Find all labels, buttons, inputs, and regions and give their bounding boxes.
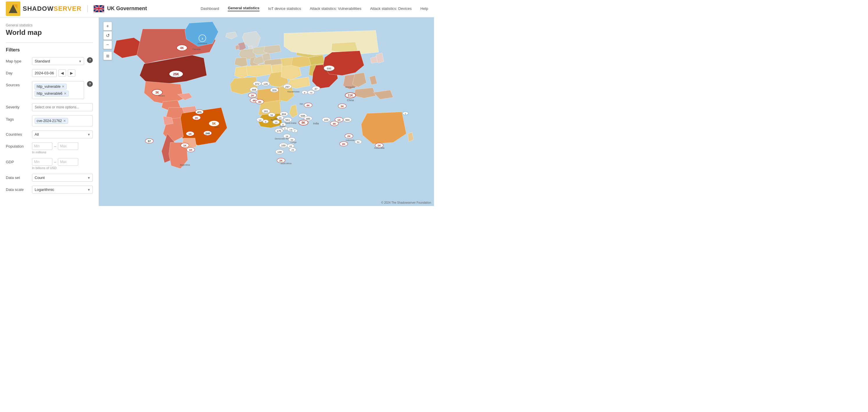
svg-text:1: 1 bbox=[284, 128, 286, 130]
svg-text:Congo: Congo bbox=[290, 141, 297, 143]
tag-chip-1: cve-2024-21762 ✕ bbox=[35, 118, 68, 124]
nav-dashboard[interactable]: Dashboard bbox=[201, 6, 219, 11]
svg-text:1: 1 bbox=[405, 112, 406, 115]
sidebar: General statistics World map Filters Map… bbox=[0, 18, 99, 206]
svg-text:5: 5 bbox=[265, 121, 267, 123]
source-tag-1: http_vulnerable ✕ bbox=[35, 84, 67, 90]
gdp-min-input[interactable] bbox=[32, 158, 52, 166]
svg-text:Liba...: Liba... bbox=[274, 117, 280, 119]
source-tag-2: http_vulnerable6 ✕ bbox=[35, 91, 69, 97]
svg-text:6: 6 bbox=[304, 92, 305, 94]
source-tag-1-remove[interactable]: ✕ bbox=[62, 85, 65, 88]
svg-text:595: 595 bbox=[327, 67, 331, 70]
countries-select-wrapper: All ▼ bbox=[32, 131, 93, 138]
svg-text:Saudi Arabia: Saudi Arabia bbox=[285, 122, 297, 124]
dataset-control: Count ▼ bbox=[32, 174, 93, 181]
zoom-out-button[interactable]: − bbox=[103, 40, 112, 49]
day-control: 2024-03-06 ◀ ▶ bbox=[32, 69, 93, 77]
dataset-select-wrapper: Count ▼ bbox=[32, 174, 93, 181]
population-max-input[interactable] bbox=[58, 142, 78, 150]
population-hint: In millions bbox=[32, 150, 93, 154]
datascale-label: Data scale bbox=[6, 186, 29, 192]
severity-control bbox=[32, 103, 93, 111]
zoom-in-button[interactable]: + bbox=[103, 22, 112, 31]
copyright-text: © 2024 The Shadowserver Foundation bbox=[381, 201, 431, 204]
countries-control: All ▼ bbox=[32, 131, 93, 138]
nav-attack-devices[interactable]: Attack statistics: Devices bbox=[370, 6, 412, 11]
datascale-control: Logarithmic ▼ bbox=[32, 186, 93, 194]
uk-gov-section: UK Government bbox=[87, 5, 147, 12]
tag-chip-1-remove[interactable]: ✕ bbox=[63, 119, 66, 123]
svg-text:3K: 3K bbox=[258, 101, 261, 103]
map-area[interactable]: + ↺ − ⊞ .country { stroke: #fff; stroke-… bbox=[99, 18, 434, 206]
severity-label: Severity bbox=[6, 103, 29, 109]
svg-text:18: 18 bbox=[286, 135, 288, 138]
tags-row: Tags cve-2024-21762 ✕ bbox=[6, 115, 93, 126]
tags-control: cve-2024-21762 ✕ bbox=[32, 115, 93, 126]
svg-text:329: 329 bbox=[272, 89, 277, 92]
day-prev-button[interactable]: ◀ bbox=[59, 69, 66, 77]
nav-help[interactable]: Help bbox=[420, 6, 428, 11]
tag-chip-1-text: cve-2024-21762 bbox=[37, 119, 62, 123]
uk-flag-icon bbox=[94, 5, 104, 12]
svg-text:1K: 1K bbox=[183, 144, 187, 147]
nav-attack-vulnerabilities[interactable]: Attack statistics: Vulnerabilities bbox=[310, 6, 361, 11]
sources-tags-box[interactable]: http_vulnerable ✕ http_vulnerable6 ✕ bbox=[32, 81, 84, 99]
svg-text:74: 74 bbox=[310, 92, 312, 94]
severity-input[interactable] bbox=[32, 103, 93, 111]
svg-text:Iran: Iran bbox=[300, 103, 303, 105]
svg-text:14: 14 bbox=[259, 119, 261, 122]
sources-control: http_vulnerable ✕ http_vulnerable6 ✕ bbox=[32, 81, 84, 99]
population-range: – bbox=[32, 142, 93, 150]
svg-text:Mongolia: Mongolia bbox=[345, 86, 355, 88]
day-next-button[interactable]: ▶ bbox=[68, 69, 75, 77]
datascale-select[interactable]: Logarithmic bbox=[32, 186, 93, 194]
map-type-label: Map type bbox=[6, 57, 29, 63]
population-control: – In millions bbox=[32, 142, 93, 154]
sources-row: Sources http_vulnerable ✕ http_vulnerabl… bbox=[6, 81, 93, 99]
population-min-input[interactable] bbox=[32, 142, 52, 150]
countries-select[interactable]: All bbox=[32, 131, 93, 138]
gdp-max-input[interactable] bbox=[58, 158, 78, 166]
tags-box[interactable]: cve-2024-21762 ✕ bbox=[32, 115, 93, 126]
gdp-hint: In billions of USD bbox=[32, 166, 93, 170]
filters-title: Filters bbox=[6, 47, 93, 53]
svg-text:1K: 1K bbox=[337, 118, 341, 122]
dataset-select[interactable]: Count bbox=[32, 174, 93, 181]
nav-general-statistics[interactable]: General statistics bbox=[228, 6, 259, 11]
source-tag-2-remove[interactable]: ✕ bbox=[64, 92, 67, 95]
svg-text:604: 604 bbox=[282, 113, 286, 116]
svg-text:Canada: Canada bbox=[192, 48, 201, 50]
gdp-label: GDP bbox=[6, 158, 29, 164]
gdp-control: – In billions of USD bbox=[32, 158, 93, 170]
svg-text:471: 471 bbox=[197, 111, 202, 114]
map-type-help-icon[interactable]: ? bbox=[87, 57, 93, 63]
svg-text:1K: 1K bbox=[188, 133, 192, 135]
world-map-svg: .country { stroke: #fff; stroke-width: 0… bbox=[99, 18, 434, 206]
svg-text:2K: 2K bbox=[251, 94, 254, 97]
svg-text:Mexico: Mexico bbox=[158, 95, 165, 97]
zoom-reset-button[interactable]: ↺ bbox=[103, 31, 112, 40]
svg-text:2K: 2K bbox=[279, 159, 283, 162]
svg-text:11K: 11K bbox=[348, 94, 353, 97]
map-type-select[interactable]: Standard bbox=[32, 57, 84, 65]
population-range-dash: – bbox=[54, 144, 56, 148]
main-content: General statistics World map Filters Map… bbox=[0, 18, 434, 206]
day-label: Day bbox=[6, 69, 29, 75]
svg-text:126: 126 bbox=[263, 82, 268, 85]
layers-button[interactable]: ⊞ bbox=[103, 52, 112, 60]
svg-text:966: 966 bbox=[345, 118, 350, 122]
svg-text:100: 100 bbox=[281, 144, 286, 147]
datascale-row: Data scale Logarithmic ▼ bbox=[6, 186, 93, 194]
logo: SHADOWSERVER bbox=[6, 1, 82, 16]
svg-text:485: 485 bbox=[306, 117, 310, 120]
sources-help-icon[interactable]: ? bbox=[87, 81, 93, 87]
day-value: 2024-03-06 bbox=[32, 69, 57, 77]
svg-text:297: 297 bbox=[285, 85, 290, 88]
datascale-select-wrapper: Logarithmic ▼ bbox=[32, 186, 93, 194]
svg-text:2K: 2K bbox=[378, 144, 381, 147]
nav-iot-device-statistics[interactable]: IoT device statistics bbox=[268, 6, 301, 11]
svg-text:57: 57 bbox=[148, 140, 151, 143]
svg-text:Argentina: Argentina bbox=[180, 164, 190, 166]
svg-text:Indonesia: Indonesia bbox=[346, 139, 354, 141]
